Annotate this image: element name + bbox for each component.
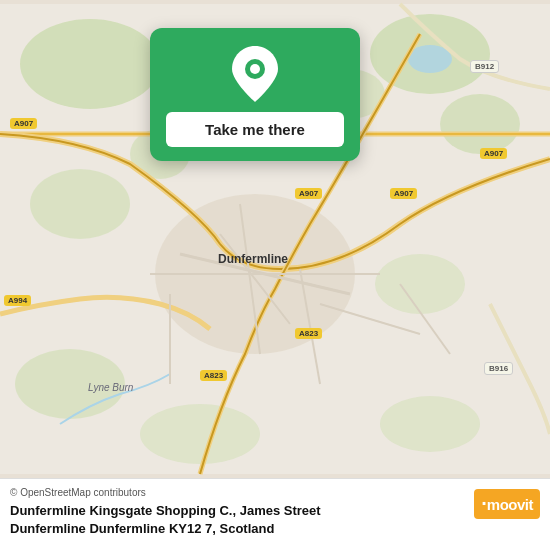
svg-point-9 [140, 404, 260, 464]
moovit-logo-text: moovit [487, 496, 533, 513]
svg-point-4 [30, 169, 130, 239]
road-badge-a907-mid: A907 [295, 188, 322, 199]
road-badge-a994: A994 [4, 295, 31, 306]
road-badge-b916: B916 [484, 362, 513, 375]
app-container: A907 A907 A907 A907 A823 A823 A994 B912 … [0, 0, 550, 550]
location-card: Take me there [150, 28, 360, 161]
moovit-logo: · moovit [474, 489, 540, 519]
location-name-line2: Dunfermline Dunfermline KY12 7, Scotland [10, 521, 274, 536]
lyne-burn-label: Lyne Burn [88, 382, 133, 393]
svg-point-11 [408, 45, 452, 73]
location-name: Dunfermline Kingsgate Shopping C., James… [10, 502, 462, 538]
svg-point-7 [375, 254, 465, 314]
location-pin-icon [232, 46, 278, 102]
info-bar: © OpenStreetMap contributors Dunfermline… [0, 478, 550, 550]
osm-credit: © OpenStreetMap contributors [10, 487, 462, 498]
svg-point-10 [380, 396, 480, 452]
road-badge-b912: B912 [470, 60, 499, 73]
svg-point-1 [20, 19, 160, 109]
location-name-line1: Dunfermline Kingsgate Shopping C., James… [10, 503, 321, 518]
road-badge-a907-right: A907 [390, 188, 417, 199]
road-badge-a907-far-right: A907 [480, 148, 507, 159]
road-badge-a907-left: A907 [10, 118, 37, 129]
dunfermline-label: Dunfermline [218, 252, 288, 266]
map-area: A907 A907 A907 A907 A823 A823 A994 B912 … [0, 0, 550, 478]
svg-point-3 [440, 94, 520, 154]
svg-point-24 [250, 64, 260, 74]
moovit-logo-box: · moovit [474, 489, 540, 519]
take-me-there-button[interactable]: Take me there [166, 112, 344, 147]
road-badge-a823-low: A823 [200, 370, 227, 381]
info-text: © OpenStreetMap contributors Dunfermline… [10, 487, 462, 538]
road-badge-a823-mid: A823 [295, 328, 322, 339]
